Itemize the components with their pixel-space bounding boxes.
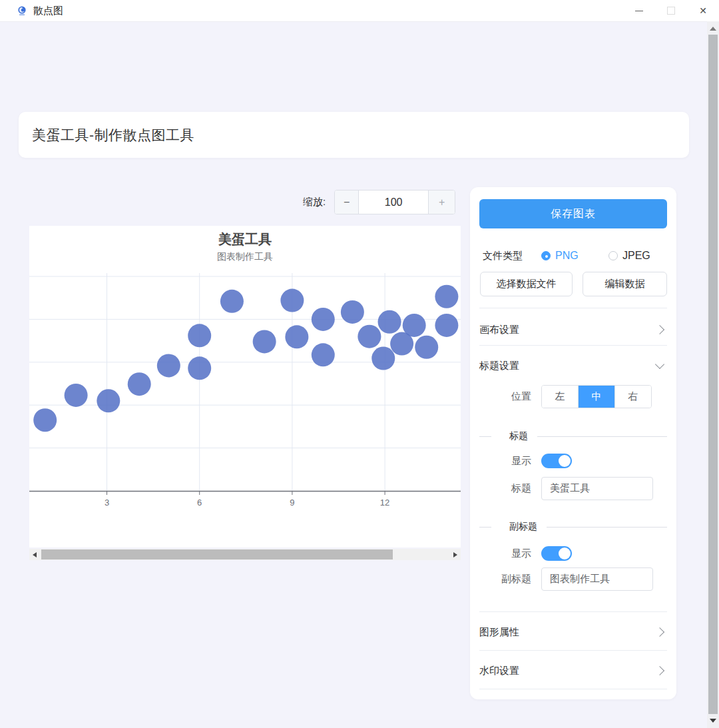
window-controls: ✕: [623, 0, 719, 21]
zoom-control: 缩放: − +: [303, 190, 455, 214]
position-segmented-control: 左 中 右: [541, 385, 652, 408]
position-right-option[interactable]: 右: [614, 386, 651, 408]
radio-jpeg-label: JPEG: [622, 250, 650, 262]
zoom-label: 缩放:: [303, 196, 326, 208]
window-vertical-scrollbar[interactable]: [707, 21, 719, 728]
scroll-up-icon[interactable]: [710, 27, 716, 31]
svg-text:9: 9: [290, 498, 294, 508]
divider: [479, 345, 667, 346]
show-label: 显示: [470, 547, 531, 560]
radio-selected-icon: [541, 251, 551, 260]
section-watermark-settings[interactable]: 水印设置: [479, 660, 667, 681]
zoom-out-button[interactable]: −: [335, 190, 359, 214]
svg-text:3: 3: [105, 498, 109, 508]
subtitle-show-row: 显示: [470, 546, 667, 561]
svg-text:12: 12: [380, 498, 389, 508]
title-show-toggle[interactable]: [541, 454, 572, 468]
chart-title: 美蛋工具: [29, 230, 461, 248]
section-canvas-settings[interactable]: 画布设置: [479, 319, 667, 340]
radio-png-label: PNG: [555, 250, 579, 262]
subtitle-input-row: 副标题: [470, 567, 667, 591]
chevron-right-icon: [655, 627, 664, 637]
zoom-stepper: − +: [334, 190, 455, 214]
file-type-radio-jpeg[interactable]: JPEG: [608, 250, 650, 262]
minimize-button[interactable]: [623, 0, 655, 21]
subtitle-show-toggle[interactable]: [541, 546, 572, 561]
close-icon: ✕: [699, 6, 707, 15]
vertical-scrollbar-thumb[interactable]: [708, 35, 718, 714]
subtitle-divider-label: 副标题: [509, 521, 537, 533]
minimize-icon: [635, 11, 643, 11]
settings-panel: 保存图表 文件类型 PNG JPEG 选择数据文件 编辑数据 画布设置 标题设置…: [470, 187, 676, 699]
file-type-label: 文件类型: [483, 250, 523, 262]
divider: [479, 650, 667, 651]
title-group-divider: 标题: [479, 430, 667, 442]
subtitle-group-divider: 副标题: [479, 521, 667, 533]
chevron-right-icon: [655, 325, 664, 334]
app-window: 散点图 ✕ 美蛋工具-制作散点图工具 缩放: − + 美蛋工具 图表制作工具 3…: [0, 0, 719, 728]
file-type-radio-png[interactable]: PNG: [541, 250, 579, 262]
position-left-option[interactable]: 左: [542, 386, 578, 408]
close-button[interactable]: ✕: [687, 0, 719, 21]
scatter-plot[interactable]: 36912: [29, 273, 461, 547]
chevron-down-icon: [655, 360, 664, 369]
position-center-option[interactable]: 中: [578, 386, 614, 408]
chart-card: 美蛋工具 图表制作工具 36912: [29, 226, 461, 547]
choose-data-file-button[interactable]: 选择数据文件: [480, 272, 573, 296]
chart-horizontal-scrollbar[interactable]: [29, 549, 461, 560]
zoom-input[interactable]: [359, 190, 428, 214]
divider: [479, 308, 667, 308]
svg-text:6: 6: [197, 498, 202, 508]
chevron-right-icon: [655, 666, 664, 675]
zoom-in-button[interactable]: +: [428, 190, 455, 214]
divider: [479, 611, 667, 612]
scroll-down-icon[interactable]: [710, 719, 716, 723]
titlebar: 散点图 ✕: [0, 0, 719, 22]
title-field-label: 标题: [470, 482, 531, 495]
chart-subtitle: 图表制作工具: [29, 251, 461, 263]
page-title: 美蛋工具-制作散点图工具: [19, 126, 194, 145]
page-title-card: 美蛋工具-制作散点图工具: [19, 112, 689, 158]
title-position-row: 位置 左 中 右: [470, 385, 667, 408]
position-label: 位置: [470, 390, 531, 403]
scroll-right-icon[interactable]: [453, 552, 457, 557]
subtitle-input[interactable]: [541, 567, 653, 591]
app-icon: [17, 5, 27, 16]
horizontal-scrollbar-thumb[interactable]: [41, 549, 393, 559]
maximize-icon: [667, 7, 675, 15]
radio-unselected-icon: [608, 251, 618, 260]
section-shape-properties[interactable]: 图形属性: [479, 621, 667, 643]
section-title-settings[interactable]: 标题设置: [479, 355, 667, 376]
title-input[interactable]: [541, 477, 653, 500]
subtitle-field-label: 副标题: [470, 573, 531, 585]
divider: [479, 689, 667, 689]
maximize-button[interactable]: [655, 0, 687, 21]
title-show-row: 显示: [470, 454, 667, 468]
show-label: 显示: [470, 455, 531, 468]
edit-data-button[interactable]: 编辑数据: [583, 272, 667, 296]
window-title: 散点图: [33, 5, 63, 17]
save-chart-button[interactable]: 保存图表: [479, 199, 667, 228]
title-divider-label: 标题: [509, 430, 528, 442]
scroll-left-icon[interactable]: [33, 552, 37, 557]
title-input-row: 标题: [470, 477, 667, 500]
